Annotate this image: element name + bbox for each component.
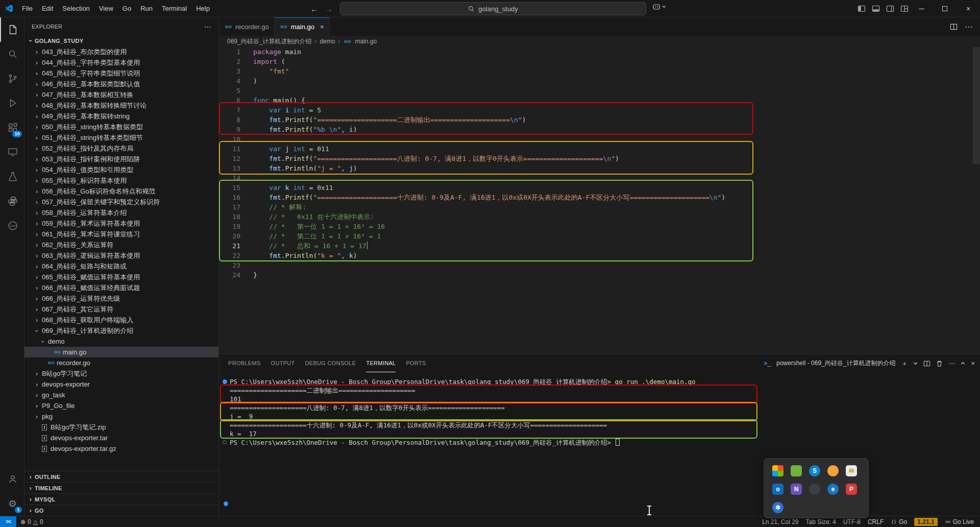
- source-control-icon[interactable]: [0, 66, 24, 91]
- split-editor-icon[interactable]: [950, 23, 958, 31]
- tree-item[interactable]: ›046_尚硅谷_基本数据类型默认值: [24, 79, 218, 89]
- tray-app-icon-6[interactable]: o: [772, 484, 783, 495]
- tree-item[interactable]: ›066_尚硅谷_运算符优先级: [24, 293, 218, 304]
- terminal-line[interactable]: ====================八进制: 0-7, 满8进1，以数字0开…: [230, 403, 980, 412]
- line-number[interactable]: 22: [219, 251, 240, 260]
- go-version-status[interactable]: 1.21.1: [914, 518, 937, 526]
- tray-app-icon-7[interactable]: N: [791, 484, 802, 495]
- tree-item[interactable]: ›066_尚硅谷_赋值运算经典面试题: [24, 282, 218, 293]
- line-number[interactable]: 9: [219, 125, 240, 134]
- code-line[interactable]: 7 var i int = 5: [219, 105, 980, 115]
- code-line[interactable]: 16 fmt.Printf("====================十六进制:…: [219, 193, 980, 202]
- section-timeline[interactable]: ›TIMELINE: [24, 482, 218, 493]
- close-tab-icon[interactable]: ×: [320, 23, 324, 31]
- account-icon[interactable]: [0, 467, 24, 491]
- close-window-button[interactable]: ×: [957, 0, 980, 17]
- tab-size-status[interactable]: Tab Size: 4: [806, 518, 836, 525]
- chevron-down-icon[interactable]: [913, 361, 918, 366]
- code-line[interactable]: 9 fmt.Printf("%b \n", i): [219, 125, 980, 134]
- panel-tab-ports[interactable]: PORTS: [406, 354, 426, 372]
- customize-layout-icon[interactable]: [900, 5, 909, 13]
- line-number[interactable]: 18: [219, 212, 240, 222]
- editor-more-icon[interactable]: ⋯: [965, 22, 973, 32]
- tab-main-go[interactable]: GO main.go ×: [275, 17, 330, 36]
- go-live-status[interactable]: Go Live: [945, 518, 974, 525]
- tree-item[interactable]: ›065_尚硅谷_赋值运算符基本使用: [24, 272, 218, 282]
- tree-item[interactable]: ›048_尚硅谷_基本数据转换细节讨论: [24, 100, 218, 111]
- tree-item[interactable]: ›062_尚硅谷_关系运算符: [24, 239, 218, 250]
- code-line[interactable]: 20 // * 第二位 1 = 1 × 16⁰ = 1: [219, 231, 980, 241]
- tray-app-icon-3[interactable]: S: [809, 465, 820, 476]
- code-line[interactable]: 11 var j int = 011: [219, 144, 980, 154]
- close-panel-icon[interactable]: ×: [971, 360, 975, 367]
- panel-tab-problems[interactable]: PROBLEMS: [228, 354, 261, 372]
- tray-app-icon-2[interactable]: [791, 465, 802, 476]
- code-line[interactable]: 14: [219, 173, 980, 183]
- tree-item[interactable]: ›047_尚硅谷_基本数据相互转换: [24, 89, 218, 100]
- panel-tab-terminal[interactable]: TERMINAL: [366, 354, 396, 372]
- code-line[interactable]: 13 fmt.Println("j = ", j): [219, 163, 980, 173]
- code-line[interactable]: 22 fmt.Println("k = ", k): [219, 251, 980, 260]
- menu-view[interactable]: View: [94, 0, 118, 17]
- tree-item[interactable]: ›devops-exporter: [24, 379, 218, 390]
- line-number[interactable]: 12: [219, 154, 240, 163]
- nav-back-icon[interactable]: ←: [310, 5, 318, 13]
- toggle-panel-icon[interactable]: [872, 5, 880, 13]
- line-number[interactable]: 19: [219, 222, 240, 231]
- terminal-line[interactable]: k = 17: [230, 429, 980, 438]
- tab-recorder-go[interactable]: GO recorder.go: [219, 17, 275, 36]
- run-debug-icon[interactable]: [0, 91, 24, 115]
- line-number[interactable]: 13: [219, 163, 240, 173]
- line-number[interactable]: 21: [219, 241, 240, 251]
- line-number[interactable]: 10: [219, 134, 240, 144]
- tree-item[interactable]: ›067_尚硅谷_其它运算符: [24, 304, 218, 315]
- code-line[interactable]: 3 "fmt": [219, 66, 980, 76]
- copilot-icon[interactable]: [652, 3, 666, 11]
- remote-explorer-icon[interactable]: [0, 140, 24, 164]
- tree-item[interactable]: GOrecorder.go: [24, 357, 218, 368]
- tree-item[interactable]: ›057_尚硅谷_保留关键字和预定义标识符: [24, 197, 218, 207]
- search-sidebar-icon[interactable]: [0, 42, 24, 66]
- line-number[interactable]: 23: [219, 260, 240, 270]
- code-line[interactable]: 21 // * 总和 = 16 + 1 = 17: [219, 241, 980, 251]
- menu-selection[interactable]: Selection: [58, 0, 94, 17]
- tree-item[interactable]: ›043_尚硅谷_布尔类型的使用: [24, 46, 218, 57]
- line-number[interactable]: 5: [219, 86, 240, 95]
- encoding-status[interactable]: UTF-8: [843, 518, 861, 525]
- trash-icon[interactable]: [936, 360, 943, 367]
- menu-go[interactable]: Go: [118, 0, 136, 17]
- toggle-secondary-sidebar-icon[interactable]: [886, 5, 894, 13]
- code-line[interactable]: 12 fmt.Printf("====================八进制: …: [219, 154, 980, 163]
- menu-file[interactable]: File: [17, 0, 37, 17]
- tree-item[interactable]: ›049_尚硅谷_基本数据转string: [24, 111, 218, 122]
- tree-item[interactable]: ›068_尚硅谷_获取用户终端输入: [24, 315, 218, 325]
- code-line[interactable]: 8 fmt.Printf("====================二进制输出=…: [219, 115, 980, 125]
- tree-item[interactable]: ›064_尚硅谷_短路与和短路或: [24, 261, 218, 272]
- breadcrumb-folder[interactable]: demo: [320, 38, 335, 45]
- tray-app-icon-4[interactable]: [827, 465, 839, 476]
- extensions-icon[interactable]: 10: [0, 115, 24, 140]
- breadcrumb-file[interactable]: main.go: [355, 38, 377, 45]
- tree-item[interactable]: ›P9_Go_file: [24, 400, 218, 411]
- remote-indicator-icon[interactable]: ><: [0, 516, 16, 527]
- json-icon[interactable]: Json: [0, 213, 24, 238]
- menu-edit[interactable]: Edit: [37, 0, 58, 17]
- tray-app-icon-9[interactable]: e: [827, 484, 839, 495]
- eol-status[interactable]: CRLF: [868, 518, 884, 525]
- line-number[interactable]: 2: [219, 57, 240, 66]
- line-number[interactable]: 1: [219, 47, 240, 57]
- line-number[interactable]: 15: [219, 183, 240, 193]
- line-number[interactable]: 17: [219, 202, 240, 212]
- code-line[interactable]: 15 var k int = 0x11: [219, 183, 980, 193]
- tree-item[interactable]: GOmain.go: [24, 347, 218, 357]
- cursor-position-status[interactable]: Ln 21, Col 29: [762, 518, 798, 525]
- tray-app-icon-10[interactable]: P: [846, 484, 857, 495]
- explorer-more-icon[interactable]: ⋯: [204, 22, 211, 31]
- python-icon[interactable]: [0, 189, 24, 213]
- tree-item[interactable]: ›061_尚硅谷_算术运算符课堂练习: [24, 229, 218, 239]
- settings-gear-icon[interactable]: ⚙ 1: [0, 491, 24, 516]
- command-center-search[interactable]: golang_study: [340, 2, 646, 15]
- line-number[interactable]: 6: [219, 95, 240, 105]
- tray-app-icon-11[interactable]: ✻: [772, 502, 783, 513]
- line-number[interactable]: 24: [219, 270, 240, 280]
